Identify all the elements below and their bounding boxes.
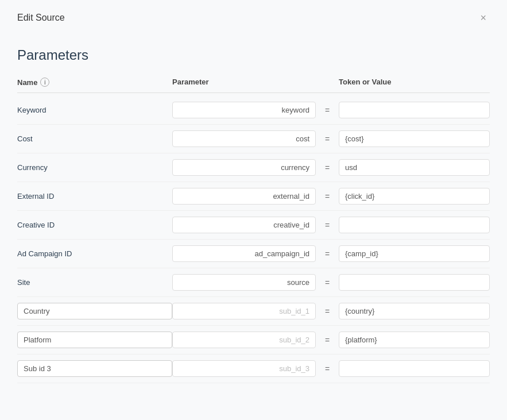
equals-sign-ad_campaign_id: = xyxy=(316,249,339,259)
param-input-platform[interactable] xyxy=(172,332,316,348)
table-row: Ad Campaign ID= xyxy=(17,240,490,268)
table-row: Platform= xyxy=(17,326,490,355)
param-name-ad_campaign_id: Ad Campaign ID xyxy=(17,249,172,258)
table-row: Keyword= xyxy=(17,96,490,125)
equals-sign-keyword: = xyxy=(316,106,339,115)
param-name-creative_id: Creative ID xyxy=(17,221,172,229)
table-row: Country= xyxy=(17,297,490,326)
edit-source-modal: Edit Source × Parameters Name i Paramete… xyxy=(0,0,507,420)
table-row: Site= xyxy=(17,268,490,297)
param-input-keyword[interactable] xyxy=(172,102,316,118)
token-value-input-currency[interactable] xyxy=(339,159,490,176)
param-input-sub_id_3[interactable] xyxy=(172,360,316,377)
param-name-sub_id_3: Sub id 3 xyxy=(17,360,172,377)
param-input-currency[interactable] xyxy=(172,159,316,176)
equals-sign-cost: = xyxy=(316,134,339,144)
param-name-country: Country xyxy=(17,303,172,319)
token-value-input-sub_id_3[interactable] xyxy=(339,360,490,377)
section-title: Parameters xyxy=(17,47,490,63)
equals-sign-currency: = xyxy=(316,163,339,172)
equals-sign-site: = xyxy=(316,278,339,287)
token-value-input-cost[interactable] xyxy=(339,130,490,147)
param-input-creative_id[interactable] xyxy=(172,217,316,233)
param-name-keyword: Keyword xyxy=(17,106,172,114)
header-name: Name i xyxy=(17,78,172,87)
token-value-input-platform[interactable] xyxy=(339,332,490,348)
equals-sign-platform: = xyxy=(316,336,339,345)
token-value-input-creative_id[interactable] xyxy=(339,217,490,233)
token-value-input-keyword[interactable] xyxy=(339,102,490,118)
header-equals xyxy=(316,78,339,87)
table-row: Sub id 3= xyxy=(17,355,490,383)
header-parameter: Parameter xyxy=(172,78,316,87)
param-name-site: Site xyxy=(17,278,172,287)
modal-header: Edit Source × xyxy=(17,11,490,30)
token-value-input-country[interactable] xyxy=(339,303,490,319)
param-input-ad_campaign_id[interactable] xyxy=(172,245,316,262)
info-icon[interactable]: i xyxy=(40,78,49,87)
param-name-cost: Cost xyxy=(17,134,172,143)
param-name-platform: Platform xyxy=(17,332,172,348)
table-row: Currency= xyxy=(17,153,490,182)
param-input-external_id[interactable] xyxy=(172,188,316,205)
parameters-table: Keyword=Cost=Currency=External ID=Creati… xyxy=(17,96,490,383)
close-button[interactable]: × xyxy=(477,11,490,24)
param-name-external_id: External ID xyxy=(17,192,172,201)
param-input-site[interactable] xyxy=(172,274,316,291)
param-name-currency: Currency xyxy=(17,163,172,172)
token-value-input-site[interactable] xyxy=(339,274,490,291)
modal-title: Edit Source xyxy=(17,13,65,23)
table-row: External ID= xyxy=(17,182,490,211)
param-input-cost[interactable] xyxy=(172,130,316,147)
table-row: Creative ID= xyxy=(17,211,490,240)
table-header: Name i Parameter Token or Value xyxy=(17,78,490,93)
header-token-or-value: Token or Value xyxy=(339,78,490,87)
token-value-input-external_id[interactable] xyxy=(339,188,490,205)
equals-sign-sub_id_3: = xyxy=(316,364,339,373)
equals-sign-country: = xyxy=(316,307,339,316)
equals-sign-creative_id: = xyxy=(316,221,339,230)
table-row: Cost= xyxy=(17,125,490,153)
token-value-input-ad_campaign_id[interactable] xyxy=(339,245,490,262)
equals-sign-external_id: = xyxy=(316,192,339,201)
param-input-country[interactable] xyxy=(172,303,316,319)
